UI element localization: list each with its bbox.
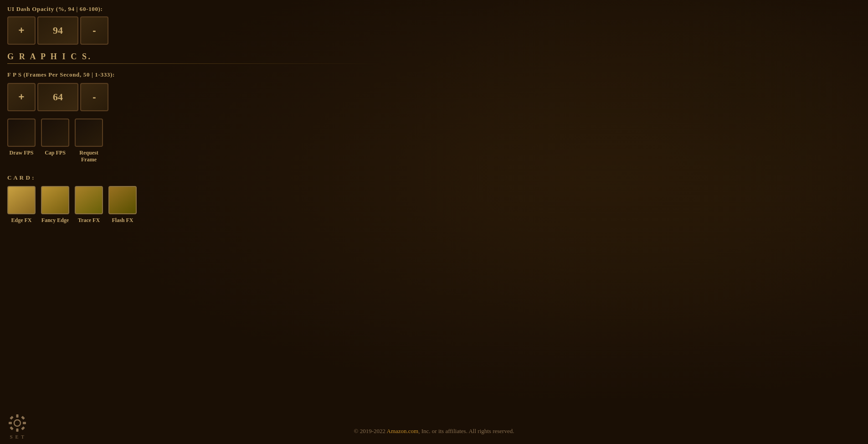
draw-fps-checkbox[interactable] (7, 119, 36, 147)
ui-dash-opacity-plus-button[interactable]: + (7, 16, 36, 45)
svg-rect-5 (10, 416, 13, 419)
svg-rect-7 (10, 426, 13, 430)
cap-fps-item: Cap FPS (41, 119, 69, 163)
request-frame-item: RequestFrame (75, 119, 103, 163)
cap-fps-label: Cap FPS (45, 150, 66, 156)
edge-fx-label: Edge FX (11, 217, 32, 224)
flash-fx-item: Flash FX (108, 186, 137, 224)
graphics-section-title: G R A P H I C S. (7, 52, 861, 62)
svg-rect-1 (16, 414, 19, 418)
trace-fx-button[interactable] (75, 186, 103, 214)
fancy-edge-label: Fancy Edge (41, 217, 69, 224)
card-group: Edge FX Fancy Edge Trace FX Flash FX (7, 186, 861, 224)
svg-rect-3 (9, 422, 12, 424)
svg-rect-8 (21, 426, 25, 430)
svg-rect-4 (23, 422, 26, 424)
draw-fps-item: Draw FPS (7, 119, 36, 163)
fps-checkbox-group: Draw FPS Cap FPS RequestFrame (7, 119, 861, 163)
request-frame-checkbox[interactable] (75, 119, 103, 147)
edge-fx-button[interactable] (7, 186, 36, 214)
ui-dash-opacity-spinner: + 94 - (7, 16, 861, 45)
settings-gear-button[interactable]: S E T (7, 413, 27, 439)
fancy-edge-item: Fancy Edge (41, 186, 69, 224)
cap-fps-checkbox[interactable] (41, 119, 69, 147)
footer-amazon-link[interactable]: Amazon.com (387, 428, 419, 434)
ui-dash-opacity-minus-button[interactable]: - (80, 16, 108, 45)
footer-rest: , Inc. or its affiliates. All rights res… (418, 428, 514, 434)
fps-value: 64 (37, 83, 78, 111)
gear-icon (7, 413, 27, 433)
edge-fx-item: Edge FX (7, 186, 36, 224)
footer: © 2019-2022 Amazon.com, Inc. or its affi… (354, 428, 514, 435)
ui-dash-opacity-label: UI Dash Opacity (%, 94 | 60-100): (7, 5, 861, 13)
svg-point-0 (14, 420, 21, 426)
request-frame-label: RequestFrame (79, 150, 98, 163)
fps-plus-button[interactable]: + (7, 83, 36, 111)
footer-copyright: © 2019-2022 (354, 428, 387, 434)
svg-rect-6 (21, 416, 25, 419)
settings-label: S E T (10, 434, 25, 439)
ui-dash-opacity-value: 94 (37, 16, 78, 45)
fps-label: F P S (Frames Per Second, 50 | 1-333): (7, 71, 861, 78)
trace-fx-item: Trace FX (75, 186, 103, 224)
trace-fx-label: Trace FX (78, 217, 100, 224)
flash-fx-button[interactable] (108, 186, 137, 214)
svg-rect-2 (16, 429, 19, 432)
card-section-label: C A R D : (7, 174, 861, 181)
fps-spinner: + 64 - (7, 83, 861, 111)
fancy-edge-button[interactable] (41, 186, 69, 214)
fps-minus-button[interactable]: - (80, 83, 108, 111)
flash-fx-label: Flash FX (112, 217, 133, 224)
graphics-divider (7, 63, 381, 64)
draw-fps-label: Draw FPS (10, 150, 34, 156)
